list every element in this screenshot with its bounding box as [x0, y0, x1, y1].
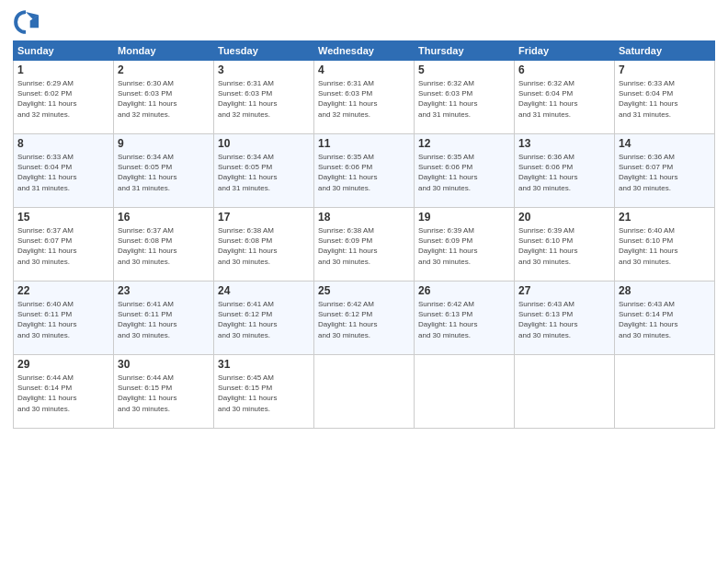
- calendar-day: 14Sunrise: 6:36 AM Sunset: 6:07 PM Dayli…: [615, 134, 715, 208]
- calendar-day: 26Sunrise: 6:42 AM Sunset: 6:13 PM Dayli…: [415, 282, 515, 355]
- day-number: 19: [418, 211, 510, 224]
- day-number: 28: [619, 284, 711, 297]
- day-info: Sunrise: 6:34 AM Sunset: 6:05 PM Dayligh…: [118, 152, 210, 193]
- calendar-week-row: 1Sunrise: 6:29 AM Sunset: 6:02 PM Daylig…: [14, 61, 715, 134]
- day-info: Sunrise: 6:38 AM Sunset: 6:09 PM Dayligh…: [318, 225, 410, 267]
- day-info: Sunrise: 6:37 AM Sunset: 6:08 PM Dayligh…: [118, 225, 210, 267]
- weekday-header-sunday: Sunday: [14, 41, 114, 61]
- calendar-day: 31Sunrise: 6:45 AM Sunset: 6:15 PM Dayli…: [214, 355, 314, 429]
- calendar-day: 21Sunrise: 6:40 AM Sunset: 6:10 PM Dayli…: [615, 208, 715, 282]
- calendar-day: 9Sunrise: 6:34 AM Sunset: 6:05 PM Daylig…: [114, 134, 214, 208]
- day-info: Sunrise: 6:36 AM Sunset: 6:07 PM Dayligh…: [619, 152, 711, 193]
- day-info: Sunrise: 6:40 AM Sunset: 6:11 PM Dayligh…: [17, 299, 109, 340]
- day-number: 21: [619, 211, 711, 224]
- weekday-header-saturday: Saturday: [615, 41, 715, 61]
- calendar-day: 3Sunrise: 6:31 AM Sunset: 6:03 PM Daylig…: [214, 61, 314, 134]
- day-info: Sunrise: 6:41 AM Sunset: 6:12 PM Dayligh…: [218, 299, 310, 340]
- day-number: 26: [418, 284, 510, 297]
- calendar-day: 20Sunrise: 6:39 AM Sunset: 6:10 PM Dayli…: [515, 208, 615, 282]
- calendar-day: 19Sunrise: 6:39 AM Sunset: 6:09 PM Dayli…: [415, 208, 515, 282]
- day-number: 17: [218, 211, 310, 224]
- weekday-header-wednesday: Wednesday: [314, 41, 415, 61]
- calendar-day: 15Sunrise: 6:37 AM Sunset: 6:07 PM Dayli…: [14, 208, 114, 282]
- calendar-table: SundayMondayTuesdayWednesdayThursdayFrid…: [13, 40, 715, 429]
- day-info: Sunrise: 6:32 AM Sunset: 6:03 PM Dayligh…: [418, 78, 510, 120]
- calendar-day: [415, 355, 515, 429]
- day-info: Sunrise: 6:35 AM Sunset: 6:06 PM Dayligh…: [418, 152, 510, 193]
- day-number: 12: [418, 137, 510, 150]
- logo-icon: [13, 9, 39, 35]
- day-info: Sunrise: 6:36 AM Sunset: 6:06 PM Dayligh…: [518, 152, 610, 193]
- calendar-day: 4Sunrise: 6:31 AM Sunset: 6:03 PM Daylig…: [314, 61, 415, 134]
- calendar-day: 23Sunrise: 6:41 AM Sunset: 6:11 PM Dayli…: [114, 282, 214, 355]
- day-info: Sunrise: 6:43 AM Sunset: 6:13 PM Dayligh…: [518, 299, 610, 340]
- calendar-week-row: 22Sunrise: 6:40 AM Sunset: 6:11 PM Dayli…: [14, 282, 715, 355]
- calendar-day: 27Sunrise: 6:43 AM Sunset: 6:13 PM Dayli…: [515, 282, 615, 355]
- day-info: Sunrise: 6:31 AM Sunset: 6:03 PM Dayligh…: [218, 78, 310, 120]
- calendar-day: 18Sunrise: 6:38 AM Sunset: 6:09 PM Dayli…: [314, 208, 415, 282]
- weekday-header-friday: Friday: [515, 41, 615, 61]
- day-info: Sunrise: 6:30 AM Sunset: 6:03 PM Dayligh…: [118, 78, 210, 120]
- logo: [13, 9, 42, 35]
- calendar-day: 8Sunrise: 6:33 AM Sunset: 6:04 PM Daylig…: [14, 134, 114, 208]
- day-info: Sunrise: 6:33 AM Sunset: 6:04 PM Dayligh…: [17, 152, 109, 193]
- day-number: 22: [17, 284, 109, 297]
- weekday-header-monday: Monday: [114, 41, 214, 61]
- calendar-day: 30Sunrise: 6:44 AM Sunset: 6:15 PM Dayli…: [114, 355, 214, 429]
- day-number: 27: [518, 284, 610, 297]
- calendar-day: 10Sunrise: 6:34 AM Sunset: 6:05 PM Dayli…: [214, 134, 314, 208]
- day-number: 18: [318, 211, 410, 224]
- day-number: 16: [118, 211, 210, 224]
- calendar-week-row: 8Sunrise: 6:33 AM Sunset: 6:04 PM Daylig…: [14, 134, 715, 208]
- day-info: Sunrise: 6:39 AM Sunset: 6:10 PM Dayligh…: [518, 225, 610, 267]
- calendar-day: 22Sunrise: 6:40 AM Sunset: 6:11 PM Dayli…: [14, 282, 114, 355]
- weekday-header-row: SundayMondayTuesdayWednesdayThursdayFrid…: [14, 41, 715, 61]
- day-number: 24: [218, 284, 310, 297]
- calendar-day: 1Sunrise: 6:29 AM Sunset: 6:02 PM Daylig…: [14, 61, 114, 134]
- day-info: Sunrise: 6:31 AM Sunset: 6:03 PM Dayligh…: [318, 78, 410, 120]
- day-info: Sunrise: 6:35 AM Sunset: 6:06 PM Dayligh…: [318, 152, 410, 193]
- calendar-day: 29Sunrise: 6:44 AM Sunset: 6:14 PM Dayli…: [14, 355, 114, 429]
- day-number: 13: [518, 137, 610, 150]
- day-info: Sunrise: 6:32 AM Sunset: 6:04 PM Dayligh…: [518, 78, 610, 120]
- day-info: Sunrise: 6:40 AM Sunset: 6:10 PM Dayligh…: [619, 225, 711, 267]
- day-info: Sunrise: 6:42 AM Sunset: 6:13 PM Dayligh…: [418, 299, 510, 340]
- calendar-day: 17Sunrise: 6:38 AM Sunset: 6:08 PM Dayli…: [214, 208, 314, 282]
- calendar-day: 7Sunrise: 6:33 AM Sunset: 6:04 PM Daylig…: [615, 61, 715, 134]
- day-info: Sunrise: 6:37 AM Sunset: 6:07 PM Dayligh…: [17, 225, 109, 267]
- page: SundayMondayTuesdayWednesdayThursdayFrid…: [0, 0, 728, 563]
- calendar-day: 6Sunrise: 6:32 AM Sunset: 6:04 PM Daylig…: [515, 61, 615, 134]
- day-number: 2: [118, 63, 210, 76]
- calendar-day: 2Sunrise: 6:30 AM Sunset: 6:03 PM Daylig…: [114, 61, 214, 134]
- day-number: 11: [318, 137, 410, 150]
- day-info: Sunrise: 6:34 AM Sunset: 6:05 PM Dayligh…: [218, 152, 310, 193]
- day-info: Sunrise: 6:43 AM Sunset: 6:14 PM Dayligh…: [619, 299, 711, 340]
- calendar-day: 5Sunrise: 6:32 AM Sunset: 6:03 PM Daylig…: [415, 61, 515, 134]
- day-number: 15: [17, 211, 109, 224]
- day-number: 10: [218, 137, 310, 150]
- day-info: Sunrise: 6:41 AM Sunset: 6:11 PM Dayligh…: [118, 299, 210, 340]
- calendar-week-row: 29Sunrise: 6:44 AM Sunset: 6:14 PM Dayli…: [14, 355, 715, 429]
- day-number: 29: [17, 358, 109, 371]
- day-info: Sunrise: 6:44 AM Sunset: 6:15 PM Dayligh…: [118, 373, 210, 414]
- day-number: 5: [418, 63, 510, 76]
- day-info: Sunrise: 6:42 AM Sunset: 6:12 PM Dayligh…: [318, 299, 410, 340]
- day-number: 4: [318, 63, 410, 76]
- day-number: 31: [218, 358, 310, 371]
- day-number: 20: [518, 211, 610, 224]
- day-number: 1: [17, 63, 109, 76]
- day-number: 25: [318, 284, 410, 297]
- day-info: Sunrise: 6:39 AM Sunset: 6:09 PM Dayligh…: [418, 225, 510, 267]
- day-number: 7: [619, 63, 711, 76]
- day-info: Sunrise: 6:44 AM Sunset: 6:14 PM Dayligh…: [17, 373, 109, 414]
- day-number: 30: [118, 358, 210, 371]
- header: [13, 9, 715, 35]
- day-number: 14: [619, 137, 711, 150]
- calendar-day: 28Sunrise: 6:43 AM Sunset: 6:14 PM Dayli…: [615, 282, 715, 355]
- day-number: 3: [218, 63, 310, 76]
- calendar-day: 25Sunrise: 6:42 AM Sunset: 6:12 PM Dayli…: [314, 282, 415, 355]
- calendar-day: [314, 355, 415, 429]
- weekday-header-thursday: Thursday: [415, 41, 515, 61]
- calendar-day: 16Sunrise: 6:37 AM Sunset: 6:08 PM Dayli…: [114, 208, 214, 282]
- calendar-day: 11Sunrise: 6:35 AM Sunset: 6:06 PM Dayli…: [314, 134, 415, 208]
